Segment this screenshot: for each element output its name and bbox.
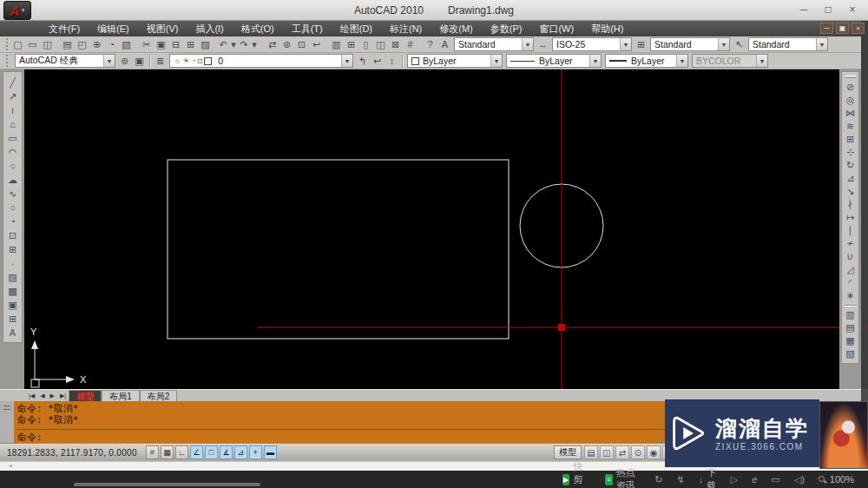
layer-states-icon[interactable]: ↕ bbox=[385, 54, 399, 68]
rotate-icon[interactable]: ↻ bbox=[843, 159, 858, 172]
bring-to-front-icon[interactable]: ▥ bbox=[843, 308, 858, 321]
toolbar-grip[interactable] bbox=[845, 76, 856, 78]
workspace-combo[interactable]: AutoCAD 经典 ▼ bbox=[15, 54, 115, 68]
menu-window[interactable]: 窗口(W) bbox=[530, 21, 582, 36]
mleader-style-combo[interactable]: Standard ▼ bbox=[748, 37, 828, 51]
horizontal-scrollbar-thumb[interactable] bbox=[74, 483, 260, 486]
coordinates-readout[interactable]: 18291.2833, 2117.9170, 0.0000 bbox=[7, 448, 146, 458]
drawing-canvas[interactable]: Y X bbox=[24, 69, 839, 389]
match-properties-icon[interactable]: ▨ bbox=[198, 37, 213, 51]
menu-format[interactable]: 格式(O) bbox=[233, 21, 283, 36]
download-button[interactable]: ↓ 下载 bbox=[699, 466, 717, 488]
polyline-icon[interactable]: ≀ bbox=[5, 103, 21, 117]
tab-layout1[interactable]: 布局1 bbox=[102, 390, 140, 401]
grid-toggle[interactable]: ▦ bbox=[161, 445, 174, 459]
plot-icon[interactable]: ▤ bbox=[60, 37, 75, 51]
text-style-combo[interactable]: Standard ▼ bbox=[454, 37, 534, 51]
steering-wheel-icon[interactable]: ◉ bbox=[647, 445, 661, 459]
model-space-button[interactable]: 模型 bbox=[554, 445, 582, 459]
zoom-realtime-icon[interactable]: ⊛ bbox=[279, 37, 294, 51]
menu-insert[interactable]: 插入(I) bbox=[187, 21, 232, 36]
quick-clip-button[interactable]: ▶ 快剪辑 bbox=[562, 460, 591, 488]
rectangle-icon[interactable]: ▭ bbox=[5, 131, 21, 145]
help-icon[interactable]: ? bbox=[423, 37, 437, 51]
tab-nav-last[interactable]: ▶| bbox=[57, 390, 69, 401]
mleader-style-icon[interactable]: ↖ bbox=[732, 37, 746, 51]
workspace-settings-icon[interactable]: ⊛ bbox=[117, 54, 132, 68]
ducs-toggle[interactable]: ⊿ bbox=[234, 445, 247, 459]
save-icon[interactable]: ◫ bbox=[40, 37, 55, 51]
tab-layout2[interactable]: 布局2 bbox=[140, 390, 178, 401]
toolbar-grip[interactable] bbox=[6, 55, 10, 67]
table-style-icon[interactable]: ⊞ bbox=[634, 37, 648, 51]
designcenter-icon[interactable]: ⊞ bbox=[344, 37, 358, 51]
mdi-close-button[interactable]: × bbox=[852, 23, 865, 34]
layer-freeze-icon[interactable]: ☀ bbox=[182, 56, 189, 65]
plot-preview-icon[interactable]: ◰ bbox=[75, 37, 89, 51]
undo-dropdown-icon[interactable]: ▾ bbox=[228, 37, 239, 51]
join-icon[interactable]: ∪ bbox=[843, 250, 858, 263]
osnap-toggle[interactable]: □ bbox=[205, 445, 218, 459]
hatch-icon[interactable]: ▨ bbox=[5, 270, 21, 284]
otrack-toggle[interactable]: ∡ bbox=[220, 445, 233, 459]
region-icon[interactable]: ▣ bbox=[5, 298, 21, 312]
tab-nav-prev[interactable]: ◀ bbox=[37, 390, 47, 401]
window-close-button[interactable]: × bbox=[840, 0, 865, 19]
circle-icon[interactable]: ○ bbox=[5, 159, 21, 173]
layer-previous-icon[interactable]: ↩ bbox=[370, 54, 385, 68]
ortho-toggle[interactable]: ∟ bbox=[175, 445, 188, 459]
ie-button[interactable]: e bbox=[752, 474, 757, 485]
explode-icon[interactable]: ∗ bbox=[843, 289, 858, 302]
pin-button[interactable]: ↯ bbox=[676, 474, 684, 485]
insert-block-icon[interactable]: ⊡ bbox=[5, 228, 21, 242]
volume-button[interactable]: ◁) bbox=[794, 474, 805, 485]
menu-parametric[interactable]: 参数(P) bbox=[482, 21, 531, 36]
layer-properties-manager-icon[interactable]: ≣ bbox=[153, 54, 168, 68]
menu-tools[interactable]: 工具(T) bbox=[283, 21, 332, 36]
lwt-toggle[interactable]: ▬ bbox=[264, 445, 277, 459]
menu-help[interactable]: 帮助(H) bbox=[582, 21, 632, 36]
zoom-previous-icon[interactable]: ↩ bbox=[309, 37, 324, 51]
tab-nav-next[interactable]: ▶ bbox=[48, 390, 57, 401]
paste-special-icon[interactable]: ⊞ bbox=[183, 37, 198, 51]
dim-style-combo[interactable]: ISO-25 ▼ bbox=[552, 37, 632, 51]
bring-above-objects-icon[interactable]: ▦ bbox=[843, 334, 858, 347]
hot-news-button[interactable]: ≡ 热点资讯 bbox=[605, 466, 641, 488]
layer-on-off-icon[interactable]: ☼ bbox=[174, 56, 181, 65]
open-file-icon[interactable]: ▭ bbox=[25, 37, 40, 51]
pan-icon[interactable]: ⇄ bbox=[265, 37, 279, 51]
chamfer-icon[interactable]: ◿ bbox=[843, 263, 858, 276]
sheetset-manager-icon[interactable]: ◫ bbox=[373, 37, 388, 51]
mirror-icon[interactable]: ⋈ bbox=[843, 107, 858, 120]
menu-file[interactable]: 文件(F) bbox=[40, 21, 89, 36]
pan-hand-icon[interactable]: ⇄ bbox=[615, 445, 629, 459]
move-icon[interactable]: ⊹ bbox=[843, 146, 858, 159]
spline-icon[interactable]: ∿ bbox=[5, 187, 21, 201]
copy-clip-icon[interactable]: ▣ bbox=[154, 37, 168, 51]
markup-editor-icon[interactable]: ▧ bbox=[119, 37, 134, 51]
fillet-icon[interactable]: ◜ bbox=[843, 276, 858, 289]
window-minimize-button[interactable]: ─ bbox=[792, 0, 816, 19]
dyn-toggle[interactable]: + bbox=[249, 445, 262, 459]
lineweight-combo[interactable]: ByLayer ▼ bbox=[605, 54, 688, 68]
array-icon[interactable]: ⊞ bbox=[843, 133, 858, 146]
save-workspace-icon[interactable]: ▣ bbox=[132, 54, 147, 68]
flag-button[interactable]: ▷ bbox=[731, 474, 738, 485]
toolbar-grip[interactable] bbox=[6, 38, 8, 50]
point-icon[interactable]: ∙ bbox=[5, 256, 21, 270]
quick-view-drawings-icon[interactable]: ◫ bbox=[600, 445, 614, 459]
redo-dropdown-icon[interactable]: ▾ bbox=[249, 37, 260, 51]
menu-edit[interactable]: 编辑(E) bbox=[89, 21, 138, 36]
tab-nav-first[interactable]: |◀ bbox=[26, 390, 37, 401]
etransmit-icon[interactable]: ◔ bbox=[104, 37, 119, 51]
layer-vp-freeze-icon[interactable]: ◔ bbox=[191, 56, 195, 65]
drawn-rectangle[interactable] bbox=[168, 160, 509, 339]
polar-toggle[interactable]: ∠ bbox=[190, 445, 203, 459]
window-restore-button[interactable]: ▭ bbox=[771, 474, 779, 485]
new-file-icon[interactable]: ▢ bbox=[10, 37, 25, 51]
make-object-layer-current-icon[interactable]: ↰ bbox=[355, 54, 370, 68]
snap-toggle[interactable]: # bbox=[146, 445, 159, 459]
application-menu-button[interactable]: A ▾ bbox=[3, 1, 31, 20]
mdi-restore-button[interactable]: ▣ bbox=[836, 23, 849, 34]
erase-icon[interactable]: ⊘ bbox=[843, 81, 858, 94]
